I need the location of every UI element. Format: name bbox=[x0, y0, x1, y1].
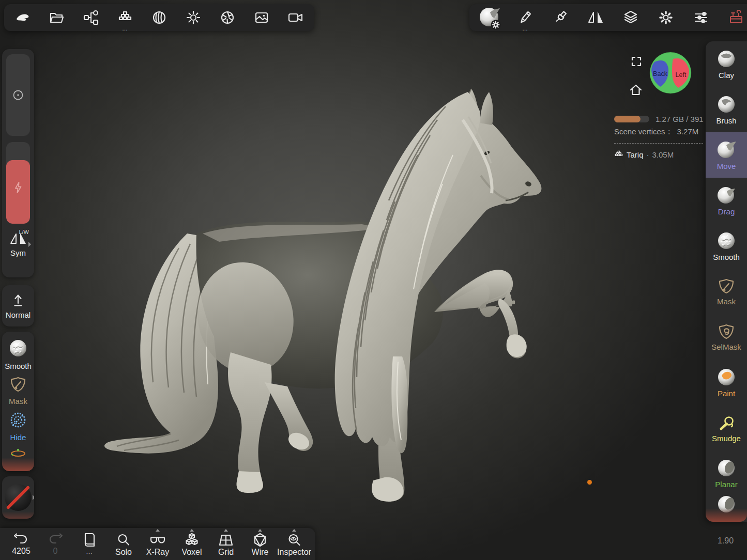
radius-slider[interactable] bbox=[6, 54, 30, 136]
voxel-cubes-icon bbox=[184, 533, 200, 547]
mask-label: Mask bbox=[9, 397, 27, 406]
submenu-caret bbox=[156, 529, 160, 532]
voxel-label: Voxel bbox=[181, 548, 202, 557]
memory-text: 1.27 GB / 391 M bbox=[655, 115, 706, 123]
quick-hide-button[interactable]: Hide bbox=[8, 410, 28, 442]
redo-count: 0 bbox=[53, 547, 58, 556]
matcap-sphere-icon bbox=[151, 10, 167, 25]
settings-button[interactable] bbox=[654, 4, 677, 31]
undo-count: 4205 bbox=[12, 547, 31, 556]
tool-brush[interactable]: Brush bbox=[706, 87, 747, 132]
undo-button[interactable]: 4205 bbox=[5, 528, 37, 560]
top-left-toolbar: … bbox=[4, 4, 314, 31]
sym-expand-caret[interactable] bbox=[28, 242, 31, 247]
painting-button[interactable] bbox=[549, 4, 572, 31]
brush-settings-gear-badge bbox=[491, 20, 501, 30]
smooth-label: Smooth bbox=[5, 362, 32, 370]
right-tool-panel: Clay Brush Move Drag Smooth Mask SelMask bbox=[706, 41, 747, 522]
tool-selmask[interactable]: SelMask bbox=[706, 314, 747, 360]
orange-marker-dot bbox=[587, 480, 592, 485]
grid-button[interactable]: Grid bbox=[210, 528, 242, 560]
symmetry-toggle[interactable]: L/W Sym bbox=[6, 231, 30, 257]
options-button[interactable] bbox=[690, 4, 712, 31]
material-button[interactable] bbox=[148, 4, 171, 31]
quick-gizmo-button[interactable] bbox=[8, 446, 28, 459]
quick-mask-button[interactable]: Mask bbox=[9, 375, 27, 406]
aperture-icon bbox=[220, 10, 235, 25]
tool-clay[interactable]: Clay bbox=[706, 41, 747, 87]
memory-bar bbox=[614, 116, 649, 122]
grid-icon bbox=[218, 533, 234, 547]
normal-arrow-icon bbox=[11, 292, 25, 307]
background-button[interactable] bbox=[250, 4, 273, 31]
tool-mask[interactable]: Mask bbox=[706, 269, 747, 314]
app-window: 1.90 … bbox=[0, 0, 747, 560]
alpha-selector[interactable] bbox=[2, 476, 34, 519]
alpha-expand-caret[interactable] bbox=[33, 495, 34, 500]
inspector-button[interactable]: Inspector bbox=[278, 528, 310, 560]
tool-label: Move bbox=[717, 162, 736, 170]
toolbox-icon bbox=[728, 10, 744, 25]
submenu-caret bbox=[292, 529, 296, 532]
tool-planar[interactable]: Planar bbox=[706, 450, 747, 496]
tool-label: Paint bbox=[718, 389, 735, 398]
orientation-ball[interactable]: Back Left bbox=[649, 52, 692, 94]
memory-status: 1.27 GB / 391 M bbox=[614, 115, 706, 123]
scene-item-row[interactable]: Tariq · 3.05M bbox=[614, 150, 706, 159]
drag-sphere-icon bbox=[715, 185, 737, 206]
brush-preview-button[interactable] bbox=[477, 4, 501, 31]
topology-button[interactable]: … bbox=[114, 4, 136, 31]
voxel-button[interactable]: Voxel bbox=[176, 528, 208, 560]
tool-paint[interactable]: Paint bbox=[706, 360, 747, 405]
stroke-mode-button[interactable]: Normal bbox=[2, 285, 34, 326]
toolbox-button[interactable] bbox=[725, 4, 747, 31]
xray-button[interactable]: X-Ray bbox=[142, 528, 174, 560]
symmetry-button[interactable] bbox=[584, 4, 607, 31]
image-icon bbox=[254, 10, 269, 25]
stroke-button[interactable]: … bbox=[514, 4, 537, 31]
redo-button[interactable]: 0 bbox=[39, 528, 71, 560]
smudge-finger-icon bbox=[716, 413, 736, 432]
notebook-icon bbox=[82, 533, 97, 547]
inspector-eye-icon bbox=[287, 533, 301, 547]
tool-label: Smooth bbox=[713, 253, 740, 261]
hud-separator bbox=[614, 143, 703, 144]
left-brush-panel: L/W Sym bbox=[2, 49, 34, 277]
tool-smudge[interactable]: Smudge bbox=[706, 405, 747, 450]
normal-label: Normal bbox=[6, 310, 31, 319]
submenu-caret bbox=[190, 529, 194, 532]
tool-drag[interactable]: Drag bbox=[706, 178, 747, 223]
submenu-caret bbox=[258, 529, 262, 532]
undo-icon bbox=[14, 533, 28, 546]
app-logo-button[interactable] bbox=[11, 4, 34, 31]
camera-button[interactable] bbox=[284, 4, 307, 31]
scene-graph-icon bbox=[83, 10, 99, 25]
tool-label: Brush bbox=[716, 116, 736, 125]
nav-left-label: Left bbox=[676, 71, 687, 79]
lighting-button[interactable] bbox=[182, 4, 205, 31]
wire-label: Wire bbox=[252, 548, 269, 557]
files-button[interactable] bbox=[45, 4, 68, 31]
intensity-slider[interactable] bbox=[6, 142, 30, 224]
bottom-toolbar: 4205 0 … Solo X-Ray Voxel bbox=[0, 528, 315, 560]
home-view-button[interactable] bbox=[630, 84, 642, 96]
home-icon bbox=[630, 84, 642, 96]
layers-button[interactable] bbox=[619, 4, 642, 31]
gear-icon bbox=[658, 10, 674, 25]
wire-button[interactable]: Wire bbox=[244, 528, 276, 560]
smooth-sphere-icon bbox=[8, 338, 28, 359]
tool-partial-next[interactable] bbox=[706, 496, 747, 520]
alpha-none-icon bbox=[5, 484, 32, 511]
postprocess-button[interactable] bbox=[216, 4, 239, 31]
notes-button[interactable]: … bbox=[73, 528, 105, 560]
solo-button[interactable]: Solo bbox=[108, 528, 140, 560]
fullscreen-icon bbox=[631, 56, 642, 67]
left-quick-tools: Smooth Mask Hide bbox=[2, 332, 34, 471]
scene-graph-button[interactable] bbox=[80, 4, 102, 31]
tool-move[interactable]: Move bbox=[706, 132, 747, 178]
fullscreen-button[interactable] bbox=[631, 56, 642, 67]
left-scroll-fade bbox=[2, 458, 34, 471]
scene-hud: Back Left 1.27 GB / 391 M Scene vertices… bbox=[614, 52, 706, 159]
quick-smooth-button[interactable]: Smooth bbox=[5, 338, 32, 370]
tool-smooth[interactable]: Smooth bbox=[706, 223, 747, 269]
